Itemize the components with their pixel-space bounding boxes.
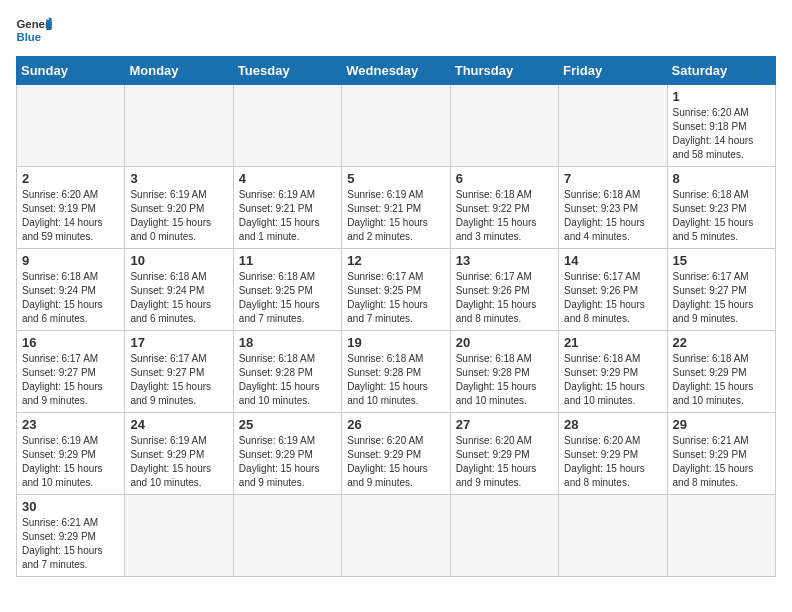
day-number: 9	[22, 253, 119, 268]
day-cell: 29Sunrise: 6:21 AM Sunset: 9:29 PM Dayli…	[667, 413, 775, 495]
weekday-header-row: SundayMondayTuesdayWednesdayThursdayFrid…	[17, 57, 776, 85]
day-number: 16	[22, 335, 119, 350]
day-cell	[342, 495, 450, 577]
day-cell: 1Sunrise: 6:20 AM Sunset: 9:18 PM Daylig…	[667, 85, 775, 167]
logo-icon: General Blue	[16, 16, 52, 44]
day-cell: 21Sunrise: 6:18 AM Sunset: 9:29 PM Dayli…	[559, 331, 667, 413]
day-info: Sunrise: 6:18 AM Sunset: 9:24 PM Dayligh…	[130, 270, 227, 326]
day-cell: 19Sunrise: 6:18 AM Sunset: 9:28 PM Dayli…	[342, 331, 450, 413]
day-number: 15	[673, 253, 770, 268]
day-cell: 2Sunrise: 6:20 AM Sunset: 9:19 PM Daylig…	[17, 167, 125, 249]
day-cell	[450, 495, 558, 577]
day-info: Sunrise: 6:17 AM Sunset: 9:27 PM Dayligh…	[673, 270, 770, 326]
day-number: 2	[22, 171, 119, 186]
day-cell	[559, 495, 667, 577]
day-cell: 18Sunrise: 6:18 AM Sunset: 9:28 PM Dayli…	[233, 331, 341, 413]
week-row-4: 23Sunrise: 6:19 AM Sunset: 9:29 PM Dayli…	[17, 413, 776, 495]
day-info: Sunrise: 6:19 AM Sunset: 9:20 PM Dayligh…	[130, 188, 227, 244]
logo: General Blue	[16, 16, 56, 44]
day-cell	[17, 85, 125, 167]
day-number: 4	[239, 171, 336, 186]
day-info: Sunrise: 6:18 AM Sunset: 9:29 PM Dayligh…	[673, 352, 770, 408]
day-info: Sunrise: 6:21 AM Sunset: 9:29 PM Dayligh…	[673, 434, 770, 490]
day-cell: 27Sunrise: 6:20 AM Sunset: 9:29 PM Dayli…	[450, 413, 558, 495]
day-cell: 17Sunrise: 6:17 AM Sunset: 9:27 PM Dayli…	[125, 331, 233, 413]
day-number: 24	[130, 417, 227, 432]
weekday-header-monday: Monday	[125, 57, 233, 85]
day-info: Sunrise: 6:18 AM Sunset: 9:22 PM Dayligh…	[456, 188, 553, 244]
day-cell	[125, 85, 233, 167]
day-cell: 6Sunrise: 6:18 AM Sunset: 9:22 PM Daylig…	[450, 167, 558, 249]
day-number: 29	[673, 417, 770, 432]
day-cell	[342, 85, 450, 167]
day-cell: 24Sunrise: 6:19 AM Sunset: 9:29 PM Dayli…	[125, 413, 233, 495]
day-number: 7	[564, 171, 661, 186]
weekday-header-sunday: Sunday	[17, 57, 125, 85]
day-number: 26	[347, 417, 444, 432]
day-number: 18	[239, 335, 336, 350]
day-cell: 7Sunrise: 6:18 AM Sunset: 9:23 PM Daylig…	[559, 167, 667, 249]
day-info: Sunrise: 6:19 AM Sunset: 9:29 PM Dayligh…	[130, 434, 227, 490]
day-number: 10	[130, 253, 227, 268]
day-number: 8	[673, 171, 770, 186]
day-info: Sunrise: 6:17 AM Sunset: 9:25 PM Dayligh…	[347, 270, 444, 326]
day-number: 25	[239, 417, 336, 432]
day-info: Sunrise: 6:19 AM Sunset: 9:29 PM Dayligh…	[239, 434, 336, 490]
day-info: Sunrise: 6:19 AM Sunset: 9:21 PM Dayligh…	[347, 188, 444, 244]
day-number: 3	[130, 171, 227, 186]
week-row-3: 16Sunrise: 6:17 AM Sunset: 9:27 PM Dayli…	[17, 331, 776, 413]
day-number: 11	[239, 253, 336, 268]
day-cell: 11Sunrise: 6:18 AM Sunset: 9:25 PM Dayli…	[233, 249, 341, 331]
day-number: 19	[347, 335, 444, 350]
day-cell	[233, 85, 341, 167]
svg-text:Blue: Blue	[17, 31, 42, 43]
day-info: Sunrise: 6:17 AM Sunset: 9:26 PM Dayligh…	[456, 270, 553, 326]
weekday-header-saturday: Saturday	[667, 57, 775, 85]
day-info: Sunrise: 6:19 AM Sunset: 9:21 PM Dayligh…	[239, 188, 336, 244]
day-cell: 9Sunrise: 6:18 AM Sunset: 9:24 PM Daylig…	[17, 249, 125, 331]
day-info: Sunrise: 6:18 AM Sunset: 9:28 PM Dayligh…	[347, 352, 444, 408]
day-number: 17	[130, 335, 227, 350]
day-number: 23	[22, 417, 119, 432]
day-cell: 4Sunrise: 6:19 AM Sunset: 9:21 PM Daylig…	[233, 167, 341, 249]
day-cell: 10Sunrise: 6:18 AM Sunset: 9:24 PM Dayli…	[125, 249, 233, 331]
day-number: 20	[456, 335, 553, 350]
day-info: Sunrise: 6:17 AM Sunset: 9:26 PM Dayligh…	[564, 270, 661, 326]
day-cell: 16Sunrise: 6:17 AM Sunset: 9:27 PM Dayli…	[17, 331, 125, 413]
day-info: Sunrise: 6:18 AM Sunset: 9:29 PM Dayligh…	[564, 352, 661, 408]
day-cell	[125, 495, 233, 577]
calendar-table: SundayMondayTuesdayWednesdayThursdayFrid…	[16, 56, 776, 577]
day-info: Sunrise: 6:20 AM Sunset: 9:18 PM Dayligh…	[673, 106, 770, 162]
day-info: Sunrise: 6:21 AM Sunset: 9:29 PM Dayligh…	[22, 516, 119, 572]
week-row-1: 2Sunrise: 6:20 AM Sunset: 9:19 PM Daylig…	[17, 167, 776, 249]
week-row-0: 1Sunrise: 6:20 AM Sunset: 9:18 PM Daylig…	[17, 85, 776, 167]
day-cell: 13Sunrise: 6:17 AM Sunset: 9:26 PM Dayli…	[450, 249, 558, 331]
day-cell: 26Sunrise: 6:20 AM Sunset: 9:29 PM Dayli…	[342, 413, 450, 495]
day-cell: 5Sunrise: 6:19 AM Sunset: 9:21 PM Daylig…	[342, 167, 450, 249]
day-cell: 8Sunrise: 6:18 AM Sunset: 9:23 PM Daylig…	[667, 167, 775, 249]
day-cell: 3Sunrise: 6:19 AM Sunset: 9:20 PM Daylig…	[125, 167, 233, 249]
day-info: Sunrise: 6:20 AM Sunset: 9:19 PM Dayligh…	[22, 188, 119, 244]
day-number: 27	[456, 417, 553, 432]
day-number: 1	[673, 89, 770, 104]
day-number: 28	[564, 417, 661, 432]
weekday-header-wednesday: Wednesday	[342, 57, 450, 85]
day-info: Sunrise: 6:20 AM Sunset: 9:29 PM Dayligh…	[456, 434, 553, 490]
day-cell: 23Sunrise: 6:19 AM Sunset: 9:29 PM Dayli…	[17, 413, 125, 495]
day-cell	[667, 495, 775, 577]
weekday-header-thursday: Thursday	[450, 57, 558, 85]
day-cell: 22Sunrise: 6:18 AM Sunset: 9:29 PM Dayli…	[667, 331, 775, 413]
day-info: Sunrise: 6:18 AM Sunset: 9:23 PM Dayligh…	[564, 188, 661, 244]
day-cell: 14Sunrise: 6:17 AM Sunset: 9:26 PM Dayli…	[559, 249, 667, 331]
day-cell: 15Sunrise: 6:17 AM Sunset: 9:27 PM Dayli…	[667, 249, 775, 331]
day-number: 13	[456, 253, 553, 268]
day-info: Sunrise: 6:18 AM Sunset: 9:28 PM Dayligh…	[239, 352, 336, 408]
day-number: 6	[456, 171, 553, 186]
day-number: 12	[347, 253, 444, 268]
week-row-5: 30Sunrise: 6:21 AM Sunset: 9:29 PM Dayli…	[17, 495, 776, 577]
day-number: 5	[347, 171, 444, 186]
day-cell	[450, 85, 558, 167]
weekday-header-friday: Friday	[559, 57, 667, 85]
weekday-header-tuesday: Tuesday	[233, 57, 341, 85]
day-cell: 25Sunrise: 6:19 AM Sunset: 9:29 PM Dayli…	[233, 413, 341, 495]
